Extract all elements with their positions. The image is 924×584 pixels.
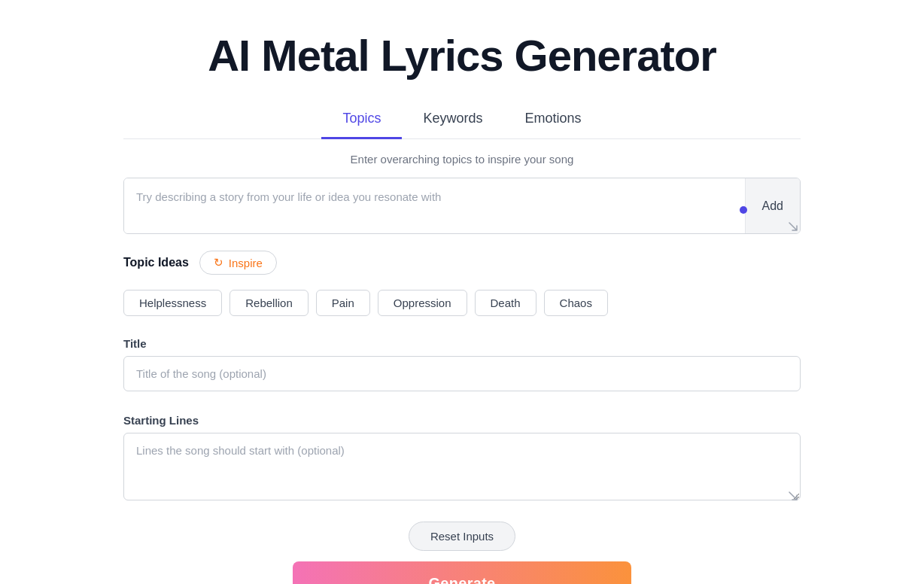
tabs-nav: Topics Keywords Emotions [123, 103, 801, 139]
page-title: AI Metal Lyrics Generator [208, 30, 716, 81]
bottom-actions: Reset Inputs Generate [123, 522, 801, 584]
refresh-icon: ↻ [214, 256, 223, 269]
chip-chaos[interactable]: Chaos [544, 290, 608, 316]
generate-button[interactable]: Generate [293, 561, 631, 584]
title-input[interactable] [123, 356, 801, 391]
main-content: Enter overarching topics to inspire your… [123, 139, 801, 584]
chip-helplessness[interactable]: Helplessness [123, 290, 222, 316]
starting-lines-label: Starting Lines [123, 414, 801, 427]
starting-lines-field-group: Starting Lines [123, 414, 801, 503]
reset-button[interactable]: Reset Inputs [409, 522, 515, 551]
chip-pain[interactable]: Pain [316, 290, 370, 316]
tab-topics[interactable]: Topics [321, 103, 402, 139]
chip-oppression[interactable]: Oppression [378, 290, 467, 316]
title-field-label: Title [123, 337, 801, 350]
tab-emotions[interactable]: Emotions [504, 103, 603, 139]
tab-description: Enter overarching topics to inspire your… [123, 153, 801, 166]
starting-lines-textarea[interactable] [123, 433, 801, 500]
chip-death[interactable]: Death [475, 290, 536, 316]
topic-input-container: Add [123, 178, 801, 234]
inspire-button-label: Inspire [229, 257, 263, 269]
chip-rebellion[interactable]: Rebellion [229, 290, 309, 316]
add-button[interactable]: Add [745, 178, 800, 233]
inspire-button[interactable]: ↻ Inspire [199, 251, 277, 275]
topic-chips-container: Helplessness Rebellion Pain Oppression D… [123, 290, 801, 316]
topic-ideas-row: Topic Ideas ↻ Inspire [123, 251, 801, 275]
title-field-group: Title [123, 337, 801, 408]
topic-textarea[interactable] [124, 178, 745, 233]
dot-indicator [740, 206, 747, 214]
topic-ideas-label: Topic Ideas [123, 256, 189, 269]
tab-keywords[interactable]: Keywords [402, 103, 503, 139]
